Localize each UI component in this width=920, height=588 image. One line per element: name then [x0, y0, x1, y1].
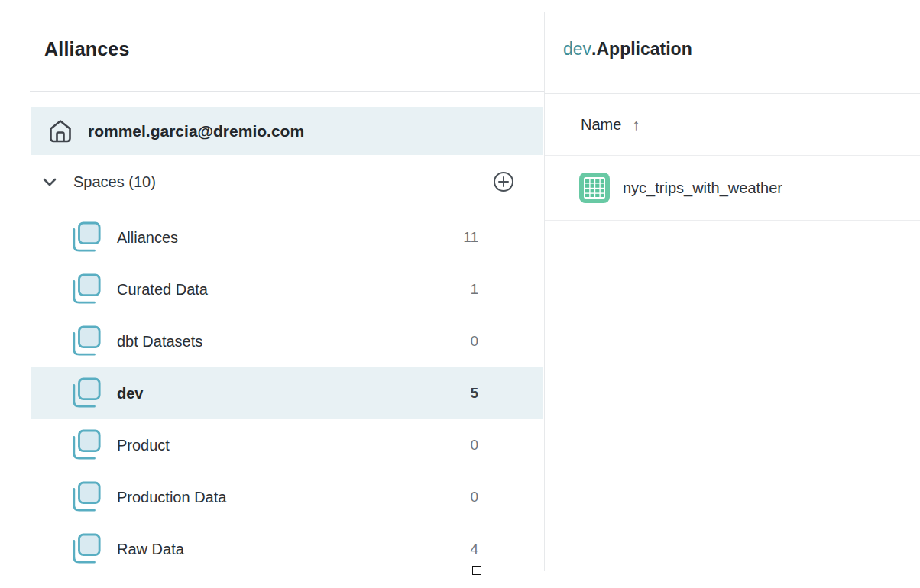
space-count: 1	[470, 281, 478, 298]
table-row-nyc-trips-with-weather[interactable]: nyc_trips_with_weather	[545, 156, 920, 220]
column-label: Name	[581, 116, 621, 134]
space-stack-icon	[71, 481, 102, 513]
space-name: dbt Datasets	[117, 333, 470, 351]
space-item-dbt-datasets[interactable]: dbt Datasets 0	[31, 315, 543, 367]
home-icon	[47, 118, 73, 144]
space-stack-icon	[71, 429, 102, 461]
breadcrumb-entity-label: Application	[596, 39, 692, 59]
sort-ascending-icon: ↑	[632, 116, 640, 134]
space-item-curated-data[interactable]: Curated Data 1	[31, 263, 543, 315]
left-panel-divider	[30, 91, 544, 92]
space-count: 5	[470, 385, 478, 402]
space-item-raw-data[interactable]: Raw Data 4	[31, 523, 543, 575]
space-name: dev	[117, 385, 470, 402]
space-item-dev[interactable]: dev 5	[31, 367, 543, 419]
space-stack-icon	[71, 377, 102, 409]
breadcrumb: dev.Application	[563, 39, 692, 60]
table-row-divider	[545, 220, 920, 221]
space-stack-icon	[71, 533, 102, 565]
space-count: 11	[463, 229, 478, 246]
space-stack-icon	[71, 221, 102, 254]
space-count: 0	[470, 333, 478, 350]
panel-divider	[544, 12, 545, 571]
add-space-button[interactable]	[493, 171, 514, 192]
space-count: 0	[470, 437, 478, 454]
space-name: Product	[117, 437, 470, 454]
table-grid-icon	[579, 173, 610, 203]
space-count: 4	[470, 541, 478, 557]
breadcrumb-space-link[interactable]: dev	[563, 39, 591, 59]
page-title: Alliances	[44, 38, 130, 60]
space-stack-icon	[71, 273, 102, 305]
space-name: Raw Data	[117, 541, 470, 558]
home-space-item[interactable]: rommel.garcia@dremio.com	[31, 107, 543, 155]
space-item-product[interactable]: Product 0	[31, 419, 543, 471]
spaces-list: Alliances 11 Curated Data 1 dbt Datasets	[31, 212, 543, 575]
space-name: Alliances	[117, 229, 463, 247]
space-name: Curated Data	[117, 281, 470, 299]
space-item-alliances[interactable]: Alliances 11	[31, 212, 543, 263]
plus-circle-icon	[493, 171, 514, 192]
missing-glyph-box	[472, 566, 481, 575]
space-item-production-data[interactable]: Production Data 0	[31, 471, 543, 523]
space-name: Production Data	[117, 489, 470, 506]
table-column-header-name[interactable]: Name ↑	[581, 94, 640, 155]
home-email-label: rommel.garcia@dremio.com	[88, 122, 304, 141]
space-stack-icon	[71, 325, 102, 357]
spaces-section-label: Spaces (10)	[73, 173, 156, 191]
dataset-name-label: nyc_trips_with_weather	[623, 179, 782, 197]
spaces-section-header: Spaces (10)	[31, 160, 543, 203]
chevron-down-icon[interactable]	[40, 173, 59, 191]
space-count: 0	[470, 489, 478, 506]
